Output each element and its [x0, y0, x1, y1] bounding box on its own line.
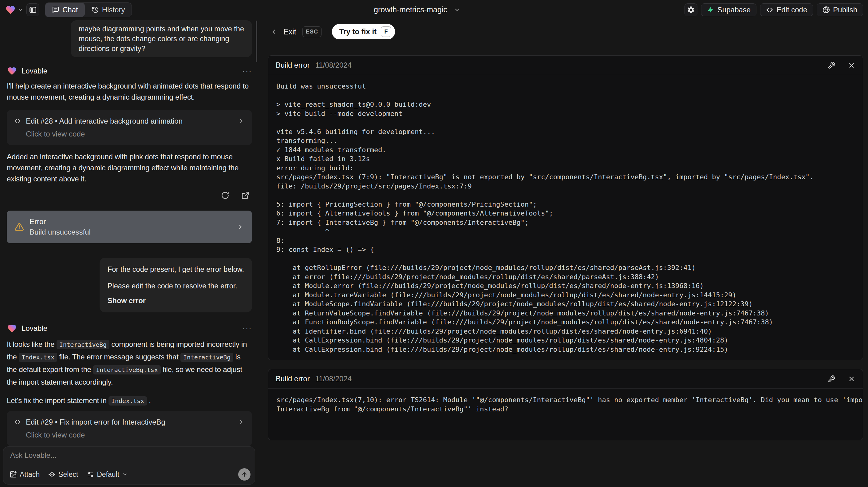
edit-card-title: Edit #29 • Fix import error for Interact…	[26, 418, 165, 426]
message-menu-button[interactable]: ···	[242, 325, 252, 331]
chat-panel: maybe diagramming points and when you mo…	[0, 19, 258, 487]
settings-button[interactable]	[684, 3, 698, 16]
text-fragment: .	[147, 396, 151, 405]
error-card-title: Error	[30, 217, 91, 226]
text-fragment: It looks like the	[7, 340, 57, 348]
mode-dropdown[interactable]: Default	[87, 470, 128, 479]
inline-code: Index.tsx	[108, 396, 147, 405]
supabase-button[interactable]: Supabase	[701, 3, 756, 16]
lovable-heart-icon	[5, 5, 16, 15]
user-message: maybe diagramming points and when you mo…	[71, 20, 252, 57]
topbar-left: Chat History	[5, 2, 132, 17]
history-clock-icon	[92, 6, 99, 13]
edit-code-label: Edit code	[776, 5, 807, 14]
code-brackets-icon	[14, 118, 21, 124]
composer: Attach Select Defa	[3, 447, 255, 485]
error-panel-title: Build error	[276, 61, 310, 69]
esc-key-badge: ESC	[303, 26, 321, 37]
lovable-heart-icon	[7, 66, 17, 76]
error-panel-title: Build error	[276, 374, 310, 383]
error-panel-actions	[828, 61, 856, 69]
lovable-app: Chat History growth-metrics-magic	[0, 0, 868, 487]
show-error-link[interactable]: Show error	[107, 296, 244, 306]
fix-error-panel: Exit ESC Try to fix it F Build error 11/…	[261, 19, 868, 487]
chat-bubble-icon	[52, 6, 59, 13]
send-button[interactable]	[238, 468, 250, 481]
try-to-fix-button[interactable]: Try to fix it F	[332, 24, 395, 39]
exit-button[interactable]: Exit	[283, 27, 296, 36]
error-panel-actions	[828, 375, 856, 383]
toggle-sidebar-button[interactable]	[26, 3, 39, 16]
project-switcher[interactable]: growth-metrics-magic	[374, 0, 460, 19]
tab-history-label: History	[102, 5, 125, 14]
text-fragment: file. The error message suggests that	[57, 353, 180, 361]
chevron-right-icon	[238, 419, 245, 426]
assistant-summary: Added an interactive background with pin…	[7, 151, 252, 184]
error-card-text: Error Build unsuccessful	[30, 217, 91, 237]
error-panel-header: Build error 11/08/2024	[268, 56, 863, 75]
arrow-up-icon	[241, 471, 248, 478]
assistant-header: Lovable ···	[7, 324, 252, 333]
image-attach-icon	[9, 471, 17, 478]
gear-icon	[687, 6, 695, 14]
select-button[interactable]: Select	[48, 470, 78, 479]
edit-card-subtitle: Click to view code	[26, 431, 245, 439]
edit-card-title: Edit #28 • Add interactive background an…	[26, 117, 183, 125]
publish-label: Publish	[833, 5, 857, 14]
inline-code: Index.tsx	[19, 353, 57, 362]
error-panel-date: 11/08/2024	[315, 374, 352, 383]
user-error-line1: For the code present, I get the error be…	[107, 265, 244, 274]
message-actions	[219, 189, 251, 202]
close-icon[interactable]	[848, 61, 856, 69]
inline-code: InteractiveBg	[57, 340, 110, 349]
select-label: Select	[58, 470, 78, 479]
assistant-fix-note: Let's fix the import statement in Index.…	[7, 395, 252, 406]
chevron-left-icon	[271, 28, 277, 35]
target-select-icon	[48, 471, 56, 478]
sidebar-panel-icon	[29, 6, 37, 14]
supabase-label: Supabase	[717, 5, 751, 14]
error-panel-date: 11/08/2024	[315, 61, 352, 69]
build-error-panel-2: Build error 11/08/2024 src/pages/Index.t…	[268, 369, 863, 440]
edit-card-row: Edit #28 • Add interactive background an…	[14, 117, 245, 125]
restore-icon[interactable]	[219, 189, 231, 202]
edit-card-row: Edit #29 • Fix import error for Interact…	[14, 418, 245, 426]
topbar: Chat History growth-metrics-magic	[0, 0, 868, 19]
error-card-subtitle: Build unsuccessful	[30, 228, 91, 237]
edit-card-29[interactable]: Edit #29 • Fix import error for Interact…	[7, 411, 252, 446]
wrench-icon[interactable]	[828, 375, 835, 383]
build-error-card[interactable]: Error Build unsuccessful	[7, 211, 252, 243]
try-to-fix-label: Try to fix it	[339, 27, 376, 36]
build-log: src/pages/Index.tsx(7,10): error TS2614:…	[268, 389, 863, 420]
open-external-icon[interactable]	[239, 189, 251, 202]
chevron-right-icon	[237, 223, 244, 231]
close-icon[interactable]	[848, 375, 856, 383]
edit-card-28[interactable]: Edit #28 • Add interactive background an…	[7, 110, 252, 145]
chevron-down-icon	[122, 471, 128, 477]
chat-scrollbar[interactable]	[256, 21, 257, 62]
message-menu-button[interactable]: ···	[242, 68, 252, 74]
wrench-icon[interactable]	[828, 61, 835, 69]
topbar-right: Supabase Edit code Publish	[684, 3, 863, 16]
code-brackets-icon	[766, 6, 773, 13]
text-fragment: Let's fix the import statement in	[7, 396, 108, 405]
lovable-logo-menu[interactable]	[5, 5, 23, 15]
tab-history[interactable]: History	[85, 3, 132, 17]
edit-code-button[interactable]: Edit code	[760, 3, 813, 16]
tab-chat-label: Chat	[62, 5, 78, 14]
publish-button[interactable]: Publish	[817, 3, 863, 16]
tab-chat[interactable]: Chat	[45, 3, 85, 17]
error-panel-header: Build error 11/08/2024	[268, 369, 863, 389]
sliders-icon	[87, 471, 94, 478]
composer-toolbar: Attach Select Defa	[9, 468, 250, 481]
assistant-name: Lovable	[22, 324, 47, 333]
inline-code: InteractiveBg	[180, 353, 233, 362]
build-error-panel-1: Build error 11/08/2024 Build was unsucce…	[268, 55, 863, 360]
attach-button[interactable]: Attach	[9, 470, 40, 479]
f-key-badge: F	[381, 26, 391, 37]
ask-lovable-input[interactable]	[9, 450, 249, 465]
assistant-header: Lovable ···	[7, 66, 252, 76]
user-error-line2: Please edit the code to resolve the erro…	[107, 281, 244, 291]
assistant-intro: I'll help create an interactive backgrou…	[7, 81, 252, 103]
fix-panel-header: Exit ESC Try to fix it F	[271, 24, 395, 39]
